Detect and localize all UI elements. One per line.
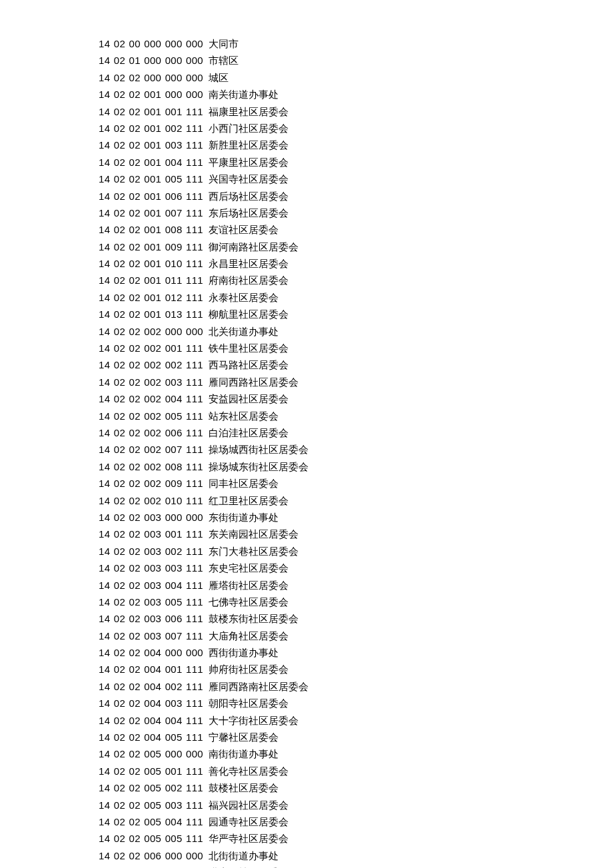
row-code: 14 02 02 004 002 111 bbox=[99, 681, 203, 691]
list-item: 14 02 02 003 007 111大庙角社区居委会 bbox=[99, 631, 613, 641]
list-item: 14 02 02 005 000 000南街街道办事处 bbox=[99, 749, 613, 759]
row-name: 大十字街社区居委会 bbox=[209, 715, 299, 725]
row-name: 宁馨社区居委会 bbox=[209, 732, 279, 742]
row-name: 西后场社区居委会 bbox=[209, 191, 289, 201]
list-item: 14 02 02 005 003 111福兴园社区居委会 bbox=[99, 800, 613, 810]
row-name: 安益园社区居委会 bbox=[209, 394, 289, 404]
row-code: 14 02 02 003 006 111 bbox=[99, 614, 203, 624]
row-name: 鼓楼社区居委会 bbox=[209, 783, 279, 793]
list-item: 14 02 02 001 001 111福康里社区居委会 bbox=[99, 107, 613, 117]
list-item: 14 02 02 005 002 111鼓楼社区居委会 bbox=[99, 783, 613, 793]
list-item: 14 02 02 004 005 111宁馨社区居委会 bbox=[99, 732, 613, 742]
row-name: 北关街道办事处 bbox=[209, 326, 279, 336]
row-name: 新胜里社区居委会 bbox=[209, 140, 289, 150]
row-name: 柳航里社区居委会 bbox=[209, 309, 289, 319]
list-item: 14 02 02 005 005 111华严寺社区居委会 bbox=[99, 833, 613, 843]
list-item: 14 02 02 002 006 111白泊洼社区居委会 bbox=[99, 428, 613, 438]
row-code: 14 02 02 001 007 111 bbox=[99, 208, 203, 218]
row-code: 14 02 02 004 000 000 bbox=[99, 648, 203, 657]
row-code: 14 02 02 002 002 111 bbox=[99, 360, 203, 370]
row-name: 雁同西路南社区居委会 bbox=[209, 681, 308, 691]
row-name: 市辖区 bbox=[209, 55, 239, 65]
row-name: 雁塔街社区居委会 bbox=[209, 580, 289, 590]
row-code: 14 02 02 001 004 111 bbox=[99, 157, 203, 167]
row-code: 14 02 02 002 007 111 bbox=[99, 444, 203, 454]
row-code: 14 02 02 005 001 111 bbox=[99, 766, 203, 776]
row-code: 14 02 00 000 000 000 bbox=[99, 39, 203, 49]
row-name: 东街街道办事处 bbox=[209, 512, 279, 522]
row-name: 华严寺社区居委会 bbox=[209, 833, 289, 843]
row-name: 园通寺社区居委会 bbox=[209, 817, 289, 827]
row-code: 14 02 02 001 005 111 bbox=[99, 174, 203, 184]
row-code: 14 02 02 002 001 111 bbox=[99, 343, 203, 353]
row-name: 操场城东街社区居委会 bbox=[209, 462, 308, 472]
row-code: 14 02 02 005 005 111 bbox=[99, 833, 203, 843]
list-item: 14 02 02 001 002 111小西门社区居委会 bbox=[99, 123, 613, 133]
row-code: 14 02 02 002 005 111 bbox=[99, 411, 203, 421]
list-item: 14 02 02 001 011 111府南街社区居委会 bbox=[99, 275, 613, 285]
list-item: 14 02 02 002 000 000北关街道办事处 bbox=[99, 326, 613, 336]
row-name: 鼓楼东街社区居委会 bbox=[209, 614, 299, 624]
row-code: 14 02 02 004 005 111 bbox=[99, 732, 203, 742]
list-item: 14 02 01 000 000 000市辖区 bbox=[99, 55, 613, 65]
row-name: 永泰社区居委会 bbox=[209, 292, 279, 302]
row-code: 14 02 02 003 003 111 bbox=[99, 563, 203, 573]
row-code: 14 02 02 004 001 111 bbox=[99, 664, 203, 674]
row-name: 操场城西街社区居委会 bbox=[209, 444, 308, 454]
row-name: 城区 bbox=[209, 73, 229, 83]
list-item: 14 02 02 003 000 000东街街道办事处 bbox=[99, 512, 613, 522]
list-item: 14 02 00 000 000 000大同市 bbox=[99, 39, 613, 49]
list-item: 14 02 02 001 012 111永泰社区居委会 bbox=[99, 292, 613, 302]
list-item: 14 02 02 000 000 000城区 bbox=[99, 73, 613, 83]
list-item: 14 02 02 001 008 111友谊社区居委会 bbox=[99, 224, 613, 234]
row-code: 14 02 02 003 000 000 bbox=[99, 512, 203, 522]
row-code: 14 02 02 002 004 111 bbox=[99, 394, 203, 404]
list-item: 14 02 02 002 004 111安益园社区居委会 bbox=[99, 394, 613, 404]
row-name: 西马路社区居委会 bbox=[209, 360, 289, 370]
row-code: 14 02 02 003 001 111 bbox=[99, 529, 203, 539]
list-item: 14 02 02 003 004 111雁塔街社区居委会 bbox=[99, 580, 613, 590]
row-name: 御河南路社区居委会 bbox=[209, 242, 299, 252]
list-item: 14 02 02 002 002 111西马路社区居委会 bbox=[99, 360, 613, 370]
row-name: 东门大巷社区居委会 bbox=[209, 546, 299, 556]
row-name: 平康里社区居委会 bbox=[209, 157, 289, 167]
row-name: 站东社区居委会 bbox=[209, 411, 279, 421]
row-name: 大庙角社区居委会 bbox=[209, 631, 289, 641]
row-code: 14 02 02 001 012 111 bbox=[99, 292, 203, 302]
row-code: 14 02 02 001 008 111 bbox=[99, 224, 203, 234]
row-code: 14 02 02 003 007 111 bbox=[99, 631, 203, 641]
row-code: 14 02 02 001 011 111 bbox=[99, 275, 203, 285]
row-name: 七佛寺社区居委会 bbox=[209, 597, 289, 607]
row-code: 14 02 02 000 000 000 bbox=[99, 73, 203, 83]
row-name: 大同市 bbox=[209, 39, 239, 49]
list-item: 14 02 02 004 000 000西街街道办事处 bbox=[99, 648, 613, 657]
list-item: 14 02 02 002 007 111操场城西街社区居委会 bbox=[99, 444, 613, 454]
list-item: 14 02 02 002 005 111站东社区居委会 bbox=[99, 411, 613, 421]
row-name: 白泊洼社区居委会 bbox=[209, 428, 289, 438]
list-item: 14 02 02 004 001 111帅府街社区居委会 bbox=[99, 664, 613, 674]
list-item: 14 02 02 006 000 000北街街道办事处 bbox=[99, 851, 613, 861]
row-name: 兴国寺社区居委会 bbox=[209, 174, 289, 184]
list-item: 14 02 02 002 009 111同丰社区居委会 bbox=[99, 478, 613, 488]
list-item: 14 02 02 001 013 111柳航里社区居委会 bbox=[99, 309, 613, 319]
list-item: 14 02 02 001 005 111兴国寺社区居委会 bbox=[99, 174, 613, 184]
list-item: 14 02 02 001 006 111西后场社区居委会 bbox=[99, 191, 613, 201]
list-item: 14 02 02 003 002 111东门大巷社区居委会 bbox=[99, 546, 613, 556]
row-code: 14 02 02 001 002 111 bbox=[99, 123, 203, 133]
row-code: 14 02 02 002 006 111 bbox=[99, 428, 203, 438]
row-code: 14 02 02 001 001 111 bbox=[99, 107, 203, 117]
row-code: 14 02 02 006 000 000 bbox=[99, 851, 203, 861]
list-item: 14 02 02 003 006 111鼓楼东街社区居委会 bbox=[99, 614, 613, 624]
row-name: 福康里社区居委会 bbox=[209, 107, 289, 117]
row-code: 14 02 02 002 003 111 bbox=[99, 377, 203, 387]
row-code: 14 02 02 003 005 111 bbox=[99, 597, 203, 607]
row-name: 西街街道办事处 bbox=[209, 648, 279, 657]
row-code: 14 02 02 004 004 111 bbox=[99, 715, 203, 725]
list-item: 14 02 02 005 001 111善化寺社区居委会 bbox=[99, 766, 613, 776]
row-name: 南街街道办事处 bbox=[209, 749, 279, 759]
list-item: 14 02 02 004 002 111雁同西路南社区居委会 bbox=[99, 681, 613, 691]
row-name: 帅府街社区居委会 bbox=[209, 664, 289, 674]
list-item: 14 02 02 001 010 111永昌里社区居委会 bbox=[99, 258, 613, 268]
row-name: 善化寺社区居委会 bbox=[209, 766, 289, 776]
row-code: 14 02 02 001 010 111 bbox=[99, 258, 203, 268]
